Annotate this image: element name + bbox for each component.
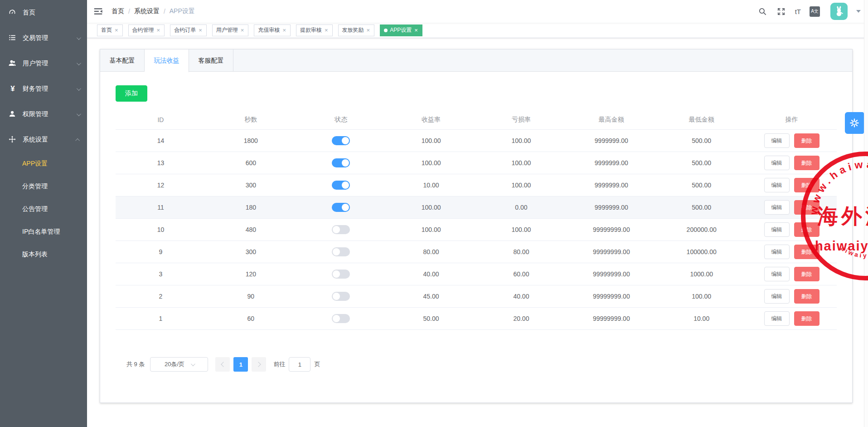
sidebar-item-5[interactable]: 系统设置 (0, 127, 87, 152)
tag-3[interactable]: 用户管理× (212, 25, 249, 36)
close-icon[interactable]: × (282, 27, 286, 33)
cell-id: 2 (116, 293, 206, 300)
delete-button[interactable]: 删除 (794, 267, 820, 281)
edit-button[interactable]: 编辑 (764, 222, 790, 237)
dashboard-icon (8, 8, 17, 17)
close-icon[interactable]: × (366, 27, 371, 33)
status-toggle[interactable] (332, 247, 350, 256)
cell-actions: 编辑删除 (747, 156, 837, 170)
sidebar-item-3[interactable]: ¥财务管理 (0, 76, 87, 102)
next-page-button[interactable] (252, 357, 266, 372)
status-toggle[interactable] (332, 225, 350, 234)
status-toggle[interactable] (332, 292, 350, 301)
content-area: 基本配置玩法收益客服配置 添加 ID秒数状态收益率亏损率最高金额最低金额操作14… (87, 38, 868, 403)
delete-button[interactable]: 删除 (794, 178, 820, 192)
add-button[interactable]: 添加 (116, 85, 147, 102)
cell-min-amount: 100000.00 (656, 248, 747, 255)
theme-settings-button[interactable] (845, 112, 864, 134)
rabbit-icon (833, 5, 845, 17)
tag-0[interactable]: 首页× (97, 25, 123, 36)
scrollbar[interactable] (864, 0, 868, 427)
translate-icon[interactable]: A文 (810, 6, 820, 17)
cell-status (296, 225, 386, 234)
status-toggle[interactable] (332, 270, 350, 279)
sidebar-item-1[interactable]: 交易管理 (0, 25, 87, 51)
tab-1[interactable]: 玩法收益 (145, 49, 189, 72)
delete-button[interactable]: 删除 (794, 200, 820, 215)
delete-button[interactable]: 删除 (794, 222, 820, 237)
sidebar-item-2[interactable]: 用户管理 (0, 51, 87, 76)
edit-button[interactable]: 编辑 (764, 267, 790, 281)
delete-button[interactable]: 删除 (794, 133, 820, 148)
delete-button[interactable]: 删除 (794, 245, 820, 259)
sidebar-item-4[interactable]: 权限管理 (0, 102, 87, 127)
status-toggle[interactable] (332, 158, 350, 167)
search-icon[interactable] (758, 6, 768, 16)
tag-1[interactable]: 合约管理× (128, 25, 165, 36)
cell-id: 3 (116, 270, 206, 278)
tag-label: APP设置 (390, 26, 412, 34)
column-header: 状态 (296, 116, 386, 124)
tag-2[interactable]: 合约订单× (170, 25, 207, 36)
edit-button[interactable]: 编辑 (764, 311, 790, 326)
delete-button[interactable]: 删除 (794, 156, 820, 170)
cell-max-amount: 9999999.00 (566, 159, 656, 167)
cell-actions: 编辑删除 (747, 245, 837, 259)
cell-min-amount: 1000.00 (656, 270, 747, 278)
sidebar-subitem-2[interactable]: 公告管理 (0, 198, 87, 221)
sidebar-item-label: 首页 (23, 9, 35, 17)
close-icon[interactable]: × (240, 27, 245, 33)
status-toggle[interactable] (332, 136, 350, 145)
sidebar-subitem-1[interactable]: 分类管理 (0, 175, 87, 198)
tag-5[interactable]: 提款审核× (296, 25, 333, 36)
move-icon (8, 135, 17, 144)
edit-button[interactable]: 编辑 (764, 178, 790, 192)
sidebar-item-0[interactable]: 首页 (0, 0, 87, 25)
sidebar-subitem-label: 公告管理 (22, 205, 48, 213)
pagination: 共 9 条 20条/页 1 前往 页 (116, 357, 837, 372)
tag-7[interactable]: APP设置× (380, 25, 422, 36)
sidebar-subitem-0[interactable]: APP设置 (0, 152, 87, 175)
close-icon[interactable]: × (414, 27, 418, 33)
column-header: 亏损率 (476, 116, 567, 124)
chevron-down-icon[interactable] (856, 10, 861, 13)
edit-button[interactable]: 编辑 (764, 289, 790, 304)
sidebar-subitem-label: IP白名单管理 (22, 228, 60, 236)
chevron-down-icon (191, 362, 195, 366)
tab-2[interactable]: 客服配置 (189, 49, 233, 72)
cell-seconds: 1800 (206, 137, 296, 144)
sidebar-subitem-4[interactable]: 版本列表 (0, 243, 87, 266)
cell-actions: 编辑删除 (747, 311, 837, 326)
edit-button[interactable]: 编辑 (764, 133, 790, 148)
delete-button[interactable]: 删除 (794, 311, 820, 326)
hamburger-icon[interactable] (93, 6, 103, 16)
goto-page-input[interactable] (289, 357, 310, 372)
cell-id: 12 (116, 182, 206, 189)
tab-0[interactable]: 基本配置 (100, 49, 145, 72)
delete-button[interactable]: 删除 (794, 289, 820, 304)
edit-button[interactable]: 编辑 (764, 156, 790, 170)
breadcrumb-item[interactable]: 首页 (112, 7, 124, 15)
close-icon[interactable]: × (198, 27, 203, 33)
fullscreen-icon[interactable] (776, 6, 786, 16)
page-number-active[interactable]: 1 (233, 357, 248, 372)
font-size-icon[interactable]: tT (795, 8, 801, 15)
edit-button[interactable]: 编辑 (764, 245, 790, 259)
prev-page-button[interactable] (215, 357, 230, 372)
edit-button[interactable]: 编辑 (764, 200, 790, 215)
user-icon (8, 110, 17, 119)
tag-6[interactable]: 发放奖励× (338, 25, 375, 36)
close-icon[interactable]: × (114, 27, 119, 33)
close-icon[interactable]: × (156, 27, 161, 33)
sidebar-subitem-3[interactable]: IP白名单管理 (0, 221, 87, 243)
page-size-select[interactable]: 20条/页 (150, 357, 208, 372)
cell-status (296, 247, 386, 256)
status-toggle[interactable] (332, 181, 350, 190)
status-toggle[interactable] (332, 314, 350, 323)
tag-4[interactable]: 充值审核× (254, 25, 291, 36)
breadcrumb-item[interactable]: 系统设置 (134, 7, 160, 15)
close-icon[interactable]: × (324, 27, 329, 33)
status-toggle[interactable] (332, 203, 350, 212)
table-row: 312040.0060.0099999999.001000.00编辑删除 (116, 263, 837, 285)
avatar[interactable] (830, 3, 848, 20)
